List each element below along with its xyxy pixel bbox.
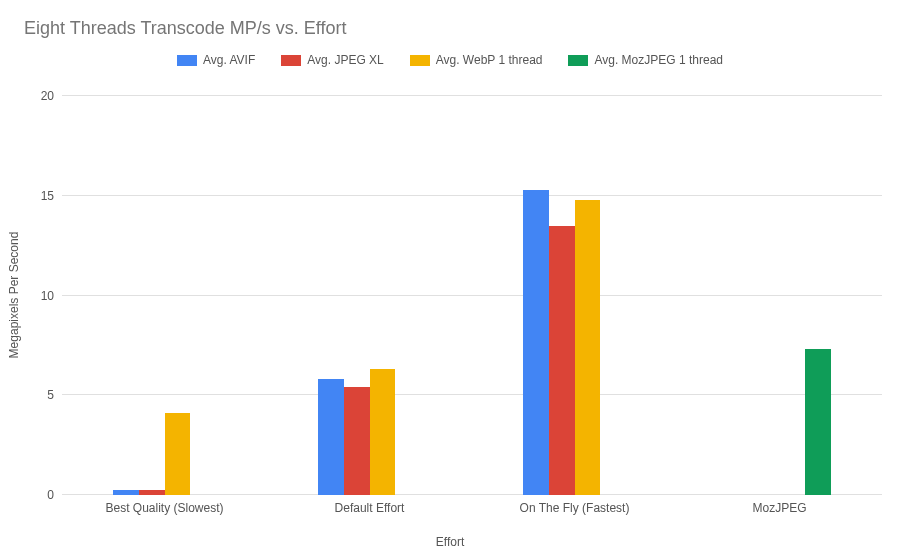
y-axis-label: Megapixels Per Second: [7, 232, 21, 359]
bar: [165, 413, 191, 495]
legend-label: Avg. WebP 1 thread: [436, 53, 543, 67]
bar: [344, 387, 370, 495]
chart-title: Eight Threads Transcode MP/s vs. Effort: [24, 18, 880, 39]
legend-swatch: [410, 55, 430, 66]
x-tick: On The Fly (Fastest): [520, 501, 630, 515]
gridline: [62, 394, 882, 395]
y-tick: 5: [22, 388, 62, 402]
bar: [575, 200, 601, 495]
y-tick: 10: [22, 289, 62, 303]
legend-item-webp: Avg. WebP 1 thread: [410, 53, 543, 67]
bar: [318, 379, 344, 495]
legend-label: Avg. MozJPEG 1 thread: [594, 53, 723, 67]
legend-swatch: [177, 55, 197, 66]
gridline: [62, 95, 882, 96]
bar: [523, 190, 549, 495]
legend-item-avif: Avg. AVIF: [177, 53, 255, 67]
legend-swatch: [568, 55, 588, 66]
bar: [805, 349, 831, 495]
x-axis-label: Effort: [436, 535, 464, 549]
legend-label: Avg. AVIF: [203, 53, 255, 67]
y-tick: 15: [22, 189, 62, 203]
chart-container: Eight Threads Transcode MP/s vs. Effort …: [0, 0, 900, 559]
bar: [370, 369, 396, 495]
y-tick: 0: [22, 488, 62, 502]
gridline: [62, 295, 882, 296]
x-tick: Default Effort: [335, 501, 405, 515]
x-tick: MozJPEG: [752, 501, 806, 515]
x-axis-ticks: Best Quality (Slowest)Default EffortOn T…: [62, 495, 882, 515]
x-tick: Best Quality (Slowest): [105, 501, 223, 515]
legend-item-mozjpeg: Avg. MozJPEG 1 thread: [568, 53, 723, 67]
bar: [549, 226, 575, 495]
y-tick: 20: [22, 89, 62, 103]
gridline: [62, 195, 882, 196]
legend-item-jpegxl: Avg. JPEG XL: [281, 53, 383, 67]
plot-area: 05101520 Best Quality (Slowest)Default E…: [62, 96, 882, 495]
legend-label: Avg. JPEG XL: [307, 53, 383, 67]
legend: Avg. AVIF Avg. JPEG XL Avg. WebP 1 threa…: [20, 53, 880, 67]
legend-swatch: [281, 55, 301, 66]
